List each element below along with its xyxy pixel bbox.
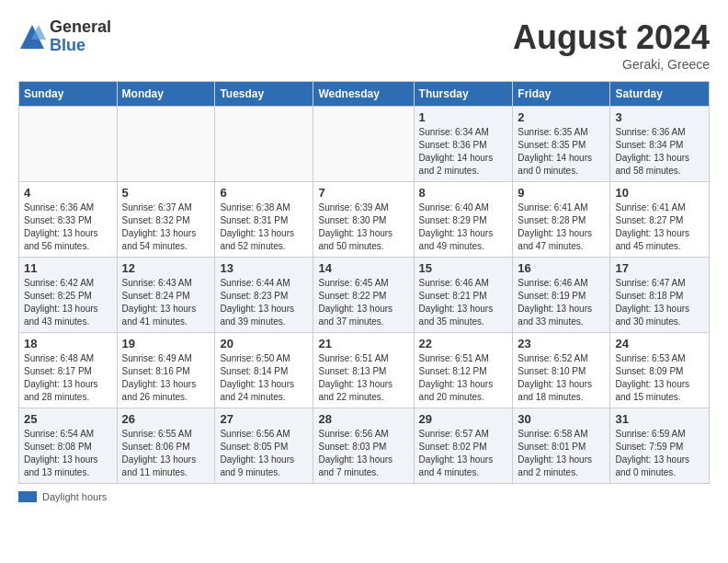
- day-number: 15: [419, 261, 508, 275]
- day-number: 17: [615, 261, 704, 275]
- calendar-week-row: 4Sunrise: 6:36 AM Sunset: 8:33 PM Daylig…: [19, 182, 710, 258]
- calendar-week-row: 1Sunrise: 6:34 AM Sunset: 8:36 PM Daylig…: [19, 107, 710, 182]
- day-info: Sunrise: 6:36 AM Sunset: 8:33 PM Dayligh…: [24, 201, 112, 253]
- day-info: Sunrise: 6:34 AM Sunset: 8:36 PM Dayligh…: [419, 126, 508, 178]
- day-info: Sunrise: 6:54 AM Sunset: 8:08 PM Dayligh…: [24, 428, 112, 479]
- day-info: Sunrise: 6:55 AM Sunset: 8:06 PM Dayligh…: [122, 428, 210, 479]
- day-info: Sunrise: 6:44 AM Sunset: 8:23 PM Dayligh…: [220, 277, 308, 328]
- calendar-cell: 10Sunrise: 6:41 AM Sunset: 8:27 PM Dayli…: [610, 182, 710, 258]
- logo-general-text: General: [50, 18, 111, 37]
- day-info: Sunrise: 6:40 AM Sunset: 8:29 PM Dayligh…: [419, 201, 508, 253]
- day-number: 30: [518, 412, 605, 426]
- day-number: 19: [122, 337, 210, 350]
- daylight-label: Daylight hours: [42, 491, 107, 502]
- day-number: 22: [419, 337, 508, 350]
- calendar-cell: 30Sunrise: 6:58 AM Sunset: 8:01 PM Dayli…: [513, 408, 610, 484]
- day-number: 31: [615, 412, 704, 426]
- day-number: 21: [318, 337, 408, 350]
- calendar-cell: 2Sunrise: 6:35 AM Sunset: 8:35 PM Daylig…: [513, 107, 610, 182]
- calendar-cell: 26Sunrise: 6:55 AM Sunset: 8:06 PM Dayli…: [117, 408, 215, 484]
- calendar-cell: 16Sunrise: 6:46 AM Sunset: 8:19 PM Dayli…: [513, 258, 610, 333]
- day-number: 1: [419, 110, 508, 124]
- day-number: 12: [122, 261, 210, 275]
- day-header-monday: Monday: [117, 82, 215, 107]
- month-year-title: August 2024: [513, 18, 710, 57]
- day-info: Sunrise: 6:57 AM Sunset: 8:02 PM Dayligh…: [419, 428, 508, 479]
- calendar-cell: 15Sunrise: 6:46 AM Sunset: 8:21 PM Dayli…: [414, 258, 513, 333]
- calendar-cell: 21Sunrise: 6:51 AM Sunset: 8:13 PM Dayli…: [313, 333, 414, 408]
- day-number: 5: [122, 186, 210, 200]
- calendar-cell: 28Sunrise: 6:56 AM Sunset: 8:03 PM Dayli…: [313, 408, 414, 484]
- calendar-cell: 19Sunrise: 6:49 AM Sunset: 8:16 PM Dayli…: [117, 333, 215, 408]
- calendar-week-row: 18Sunrise: 6:48 AM Sunset: 8:17 PM Dayli…: [19, 333, 710, 408]
- logo-icon: [18, 23, 46, 51]
- day-info: Sunrise: 6:46 AM Sunset: 8:19 PM Dayligh…: [518, 277, 605, 328]
- calendar-cell: [215, 107, 313, 182]
- day-info: Sunrise: 6:45 AM Sunset: 8:22 PM Dayligh…: [318, 277, 408, 328]
- calendar-cell: 23Sunrise: 6:52 AM Sunset: 8:10 PM Dayli…: [513, 333, 610, 408]
- day-info: Sunrise: 6:39 AM Sunset: 8:30 PM Dayligh…: [318, 201, 408, 253]
- daylight-swatch: [18, 491, 37, 502]
- day-info: Sunrise: 6:56 AM Sunset: 8:03 PM Dayligh…: [318, 428, 408, 479]
- calendar-cell: 5Sunrise: 6:37 AM Sunset: 8:32 PM Daylig…: [117, 182, 215, 258]
- calendar-cell: 9Sunrise: 6:41 AM Sunset: 8:28 PM Daylig…: [513, 182, 610, 258]
- calendar-cell: [19, 107, 118, 182]
- calendar-cell: 8Sunrise: 6:40 AM Sunset: 8:29 PM Daylig…: [414, 182, 513, 258]
- calendar-cell: 20Sunrise: 6:50 AM Sunset: 8:14 PM Dayli…: [215, 333, 313, 408]
- calendar-week-row: 25Sunrise: 6:54 AM Sunset: 8:08 PM Dayli…: [19, 408, 710, 484]
- day-info: Sunrise: 6:43 AM Sunset: 8:24 PM Dayligh…: [122, 277, 210, 328]
- day-info: Sunrise: 6:52 AM Sunset: 8:10 PM Dayligh…: [518, 352, 605, 404]
- day-info: Sunrise: 6:49 AM Sunset: 8:16 PM Dayligh…: [122, 352, 210, 404]
- day-number: 14: [318, 261, 408, 275]
- logo-blue-text: Blue: [50, 37, 111, 55]
- day-info: Sunrise: 6:56 AM Sunset: 8:05 PM Dayligh…: [220, 428, 308, 479]
- calendar-cell: 22Sunrise: 6:51 AM Sunset: 8:12 PM Dayli…: [414, 333, 513, 408]
- day-info: Sunrise: 6:41 AM Sunset: 8:28 PM Dayligh…: [518, 201, 605, 253]
- day-info: Sunrise: 6:41 AM Sunset: 8:27 PM Dayligh…: [615, 201, 704, 253]
- day-number: 18: [24, 337, 112, 350]
- day-info: Sunrise: 6:38 AM Sunset: 8:31 PM Dayligh…: [220, 201, 308, 253]
- day-info: Sunrise: 6:47 AM Sunset: 8:18 PM Dayligh…: [615, 277, 704, 328]
- day-header-wednesday: Wednesday: [313, 82, 414, 107]
- logo-text: General Blue: [50, 18, 111, 55]
- calendar-cell: 18Sunrise: 6:48 AM Sunset: 8:17 PM Dayli…: [19, 333, 118, 408]
- day-header-tuesday: Tuesday: [215, 82, 313, 107]
- calendar-cell: [313, 107, 414, 182]
- day-info: Sunrise: 6:48 AM Sunset: 8:17 PM Dayligh…: [24, 352, 112, 404]
- day-number: 8: [419, 186, 508, 200]
- day-number: 26: [122, 412, 210, 426]
- day-info: Sunrise: 6:36 AM Sunset: 8:34 PM Dayligh…: [615, 126, 704, 178]
- day-number: 24: [615, 337, 704, 350]
- calendar-footer: Daylight hours: [18, 491, 710, 502]
- day-number: 20: [220, 337, 308, 350]
- day-header-thursday: Thursday: [414, 82, 513, 107]
- day-number: 6: [220, 186, 308, 200]
- title-section: August 2024 Geraki, Greece: [513, 18, 710, 72]
- day-number: 11: [24, 261, 112, 275]
- calendar-cell: 6Sunrise: 6:38 AM Sunset: 8:31 PM Daylig…: [215, 182, 313, 258]
- day-number: 9: [518, 186, 605, 200]
- day-number: 4: [24, 186, 112, 200]
- day-number: 7: [318, 186, 408, 200]
- day-info: Sunrise: 6:58 AM Sunset: 8:01 PM Dayligh…: [518, 428, 605, 479]
- calendar-week-row: 11Sunrise: 6:42 AM Sunset: 8:25 PM Dayli…: [19, 258, 710, 333]
- day-number: 28: [318, 412, 408, 426]
- day-number: 13: [220, 261, 308, 275]
- calendar-cell: 27Sunrise: 6:56 AM Sunset: 8:05 PM Dayli…: [215, 408, 313, 484]
- calendar-cell: 25Sunrise: 6:54 AM Sunset: 8:08 PM Dayli…: [19, 408, 118, 484]
- day-info: Sunrise: 6:50 AM Sunset: 8:14 PM Dayligh…: [220, 352, 308, 404]
- calendar-table: SundayMondayTuesdayWednesdayThursdayFrid…: [18, 81, 710, 484]
- day-number: 29: [419, 412, 508, 426]
- day-info: Sunrise: 6:37 AM Sunset: 8:32 PM Dayligh…: [122, 201, 210, 253]
- day-number: 16: [518, 261, 605, 275]
- day-number: 25: [24, 412, 112, 426]
- calendar-cell: 12Sunrise: 6:43 AM Sunset: 8:24 PM Dayli…: [117, 258, 215, 333]
- day-header-saturday: Saturday: [610, 82, 710, 107]
- calendar-cell: 1Sunrise: 6:34 AM Sunset: 8:36 PM Daylig…: [414, 107, 513, 182]
- page-header: General Blue August 2024 Geraki, Greece: [18, 18, 710, 72]
- calendar-cell: 13Sunrise: 6:44 AM Sunset: 8:23 PM Dayli…: [215, 258, 313, 333]
- day-info: Sunrise: 6:51 AM Sunset: 8:12 PM Dayligh…: [419, 352, 508, 404]
- calendar-cell: 14Sunrise: 6:45 AM Sunset: 8:22 PM Dayli…: [313, 258, 414, 333]
- day-number: 23: [518, 337, 605, 350]
- day-info: Sunrise: 6:59 AM Sunset: 7:59 PM Dayligh…: [615, 428, 704, 479]
